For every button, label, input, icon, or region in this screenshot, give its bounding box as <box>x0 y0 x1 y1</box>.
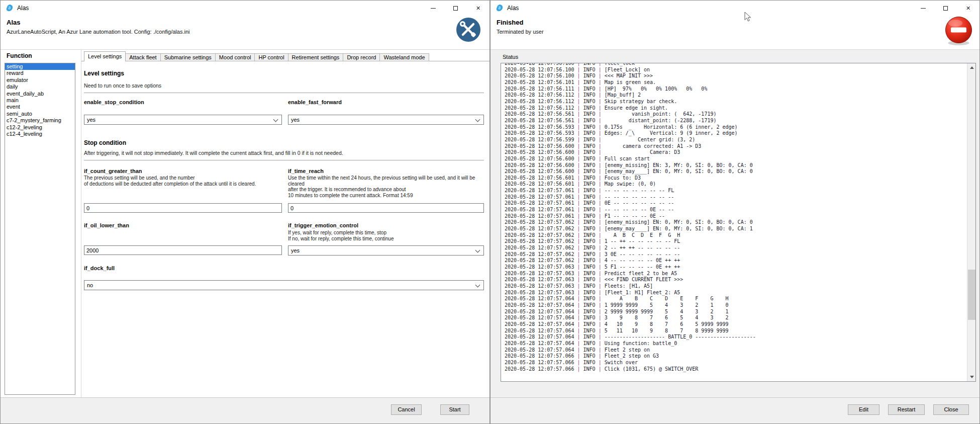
arrow-up-icon <box>970 66 974 69</box>
if-trigger-emotion-control-desc: If yes, wait for reply, complete this ti… <box>288 230 488 241</box>
field-label-if-time-reach: if_time_reach <box>288 168 324 174</box>
log-line: 2020-05-28 12:07:57.064 | INFO | -------… <box>505 334 966 341</box>
log-line: 2020-05-28 12:07:57.063 | INFO | Predict… <box>505 271 966 277</box>
function-item-event_daily_ab[interactable]: event_daily_ab <box>5 91 75 97</box>
enable-fast-forward-select[interactable]: yes <box>288 115 484 125</box>
log-viewport: 2020-05-28 12:07:56.100 | INFO | fleet_l… <box>501 63 976 382</box>
function-list[interactable]: settingrewardemulatordailyevent_daily_ab… <box>5 63 75 395</box>
function-item-semi_auto[interactable]: semi_auto <box>5 111 75 117</box>
status-pane: Status 2020-05-28 12:07:56.100 | INFO | … <box>491 50 979 423</box>
if-time-reach-input[interactable] <box>288 203 484 213</box>
header-divider <box>1 49 489 50</box>
window-title: Alas <box>507 5 519 12</box>
log-line: 2020-05-28 12:07:56.593 | INFO | Edges: … <box>505 130 966 137</box>
log-line: 2020-05-28 12:07:57.063 | INFO | Fleets:… <box>505 283 966 290</box>
scrollbar-thumb[interactable] <box>968 270 975 320</box>
cancel-button[interactable]: Cancel <box>391 404 422 415</box>
log-line: 2020-05-28 12:07:56.112 | INFO | Skip st… <box>505 99 966 105</box>
field-label-enable-stop-condition: enable_stop_condition <box>84 99 144 105</box>
divider <box>84 160 484 160</box>
log-line: 2020-05-28 12:07:57.064 | INFO | 5 11 10… <box>505 328 966 334</box>
scroll-down-button[interactable] <box>967 373 976 381</box>
function-item-reward[interactable]: reward <box>5 70 75 76</box>
log-line: 2020-05-28 12:07:56.600 | INFO | [enemy_… <box>505 162 966 169</box>
log-line: 2020-05-28 12:07:56.600 | INFO | Full sc… <box>505 156 966 162</box>
log-line: 2020-05-28 12:07:56.101 | INFO | Map is … <box>505 79 966 86</box>
function-item-c7-2_mystery_farming[interactable]: c7-2_mystery_farming <box>5 117 75 124</box>
log-line: 2020-05-28 12:07:57.063 | INFO | [Fleet_… <box>505 290 966 296</box>
close-button[interactable]: ✕ <box>957 1 979 16</box>
function-item-emulator[interactable]: emulator <box>5 77 75 83</box>
log-line: 2020-05-28 12:07:56.600 | INFO | Camera:… <box>505 149 966 156</box>
log-scrollbar[interactable] <box>967 63 975 381</box>
if-dock-full-select[interactable]: no <box>84 280 484 290</box>
maximize-icon <box>453 6 458 11</box>
log-line: 2020-05-28 12:07:56.112 | INFO | Ensure … <box>505 105 966 112</box>
function-item-c12-4_leveling[interactable]: c12-4_leveling <box>5 131 75 137</box>
function-item-main[interactable]: main <box>5 97 75 104</box>
scroll-up-button[interactable] <box>967 63 976 72</box>
screen: Alas ✕ Alas AzurLaneAutoScript, An Azur … <box>0 0 980 424</box>
minimize-button[interactable] <box>912 1 934 16</box>
if-time-reach-desc: Use the time within the next 24 hours, t… <box>288 175 488 198</box>
maximize-button[interactable] <box>444 1 467 16</box>
window-settings: Alas ✕ Alas AzurLaneAutoScript, An Azur … <box>0 0 490 424</box>
footer-bar: Edit Restart Close <box>491 397 979 423</box>
enable-stop-condition-select[interactable]: yes <box>84 115 282 125</box>
alas-logo-icon <box>496 4 504 12</box>
chevron-down-icon <box>475 283 480 288</box>
log-line: 2020-05-28 12:07:56.111 | INFO | [HP] 97… <box>505 86 966 93</box>
if-oil-lower-than-input[interactable] <box>84 245 282 255</box>
field-label-if-trigger-emotion-control: if_trigger_emotion_control <box>288 222 358 228</box>
status-subtitle: Terminated by user <box>497 29 544 35</box>
tab-mood-control[interactable]: Mood control <box>216 53 255 61</box>
log-content: 2020-05-28 12:07:56.100 | INFO | fleet_l… <box>505 63 966 372</box>
titlebar[interactable]: Alas ✕ <box>1 1 489 16</box>
tab-level-settings[interactable]: Level settings <box>84 51 126 61</box>
titlebar[interactable]: Alas ✕ <box>491 1 979 16</box>
divider <box>84 93 484 93</box>
log-line: 2020-05-28 12:07:57.066 | INFO | Fleet_2… <box>505 353 966 360</box>
start-button[interactable]: Start <box>440 404 469 415</box>
field-label-enable-fast-forward: enable_fast_forward <box>288 99 342 105</box>
tab-submarine-settings[interactable]: Submarine settings <box>161 53 216 61</box>
close-window-button[interactable]: Close <box>933 404 969 415</box>
function-item-c12-2_leveling[interactable]: c12-2_leveling <box>5 124 75 131</box>
tab-retirement-settings[interactable]: Retirement settings <box>288 53 344 61</box>
log-line: 2020-05-28 12:07:56.100 | INFO | [Fleet_… <box>505 67 966 73</box>
minimize-button[interactable] <box>422 1 444 16</box>
section-subheading: Need to run once to save options <box>84 82 161 89</box>
log-line: 2020-05-28 12:07:56.600 | INFO | camera … <box>505 143 966 150</box>
log-line: 2020-05-28 12:07:57.061 | INFO | -- -- -… <box>505 194 966 201</box>
log-line: 2020-05-28 12:07:57.066 | INFO | Switch … <box>505 360 966 366</box>
page-title: Alas <box>7 19 20 26</box>
edit-button[interactable]: Edit <box>848 404 879 415</box>
window-status: Alas ✕ Finished Terminated by user <box>490 0 980 424</box>
if-count-greater-than-input[interactable] <box>84 203 282 213</box>
log-line: 2020-05-28 12:07:57.062 | INFO | [enemy_… <box>505 226 966 232</box>
function-item-event[interactable]: event <box>5 104 75 110</box>
log-line: 2020-05-28 12:07:57.064 | INFO | 1 9999 … <box>505 302 966 309</box>
log-line: 2020-05-28 12:07:56.561 | INFO | vanish_… <box>505 111 966 118</box>
if-trigger-emotion-control-select[interactable]: yes <box>288 245 484 256</box>
window-title: Alas <box>17 5 29 12</box>
tab-attack-fleet[interactable]: Attack fleet <box>126 53 160 61</box>
restart-button[interactable]: Restart <box>888 404 925 415</box>
close-button[interactable]: ✕ <box>467 1 489 16</box>
function-item-setting[interactable]: setting <box>5 63 75 70</box>
enable-fast-forward-value: yes <box>291 117 300 123</box>
close-icon: ✕ <box>966 6 970 11</box>
log-line: 2020-05-28 12:07:56.599 | INFO | Center … <box>505 137 966 143</box>
tab-drop-record[interactable]: Drop record <box>343 53 380 61</box>
maximize-icon <box>943 6 948 11</box>
stop-sign-icon <box>944 16 973 46</box>
tab-wasteland-mode[interactable]: Wasteland mode <box>380 53 429 61</box>
function-item-daily[interactable]: daily <box>5 83 75 90</box>
tab-hp-control[interactable]: HP control <box>255 53 288 61</box>
log-line: 2020-05-28 12:07:56.100 | INFO | fleet_l… <box>505 63 966 67</box>
arrow-down-icon <box>970 376 974 378</box>
maximize-button[interactable] <box>934 1 957 16</box>
if-dock-full-value: no <box>87 282 93 288</box>
field-label-if-dock-full: if_dock_full <box>84 265 115 271</box>
minimize-icon <box>431 8 436 9</box>
